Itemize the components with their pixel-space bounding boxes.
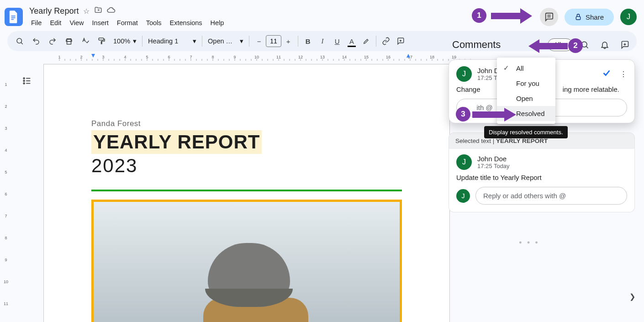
svg-marker-136 <box>504 108 516 121</box>
print-button[interactable] <box>61 33 77 49</box>
comment-notifications-button[interactable] <box>596 37 613 53</box>
comment-time: 17:25 Today <box>477 163 510 169</box>
svg-text:10: 10 <box>4 280 8 284</box>
share-label: Share <box>586 13 604 21</box>
undo-button[interactable] <box>28 33 44 49</box>
caret-down-icon: ▾ <box>240 37 243 45</box>
bold-button[interactable]: B <box>301 33 315 49</box>
svg-text:12: 12 <box>298 55 303 59</box>
filter-option-open[interactable]: Open <box>497 91 555 106</box>
docs-logo[interactable] <box>5 8 23 26</box>
doc-heading-highlighted: YEARLY REPORT <box>91 130 262 154</box>
filter-option-for-you[interactable]: For you <box>497 76 555 91</box>
svg-text:4: 4 <box>5 148 7 153</box>
add-comment-icon <box>396 37 405 45</box>
explore-chevron-button[interactable]: ❯ <box>625 289 639 304</box>
svg-text:1: 1 <box>5 82 7 87</box>
menu-edit[interactable]: Edit <box>46 17 65 28</box>
undo-icon <box>32 37 40 45</box>
paragraph-style-dropdown[interactable]: Heading 1▾ <box>145 37 199 45</box>
move-folder-icon[interactable] <box>94 6 102 16</box>
font-size-input[interactable] <box>266 35 281 47</box>
reply-avatar: J <box>456 189 470 203</box>
svg-rect-134 <box>539 43 568 49</box>
svg-rect-135 <box>472 111 504 118</box>
svg-text:6: 6 <box>168 55 170 59</box>
insert-link-button[interactable] <box>379 33 393 49</box>
svg-marker-132 <box>520 8 532 24</box>
redo-button[interactable] <box>45 33 60 49</box>
outline-icon <box>22 76 32 86</box>
highlighter-icon <box>363 37 370 45</box>
svg-rect-1 <box>11 17 16 18</box>
menu-bar: FileEditViewInsertFormatToolsExtensionsH… <box>27 16 227 28</box>
filter-option-all[interactable]: ✓All <box>497 60 555 76</box>
menu-help[interactable]: Help <box>207 17 228 28</box>
menu-extensions[interactable]: Extensions <box>166 17 206 28</box>
decrease-font-size-button[interactable]: − <box>252 33 266 49</box>
increase-font-size-button[interactable]: + <box>281 33 295 49</box>
text-color-button[interactable]: A <box>345 33 359 49</box>
svg-line-7 <box>21 42 23 44</box>
open-comment-history-button[interactable] <box>540 8 558 26</box>
document-page[interactable]: Panda Forest YEARLY REPORT 2023 <box>43 64 450 322</box>
zoom-dropdown[interactable]: 100%▾ <box>111 37 139 45</box>
cloud-status-icon[interactable] <box>107 5 116 16</box>
paint-roller-icon <box>98 37 106 45</box>
svg-text:10: 10 <box>254 55 259 59</box>
reply-input[interactable]: Reply or add others with @ <box>475 187 627 205</box>
doc-title[interactable]: Yearly Report <box>29 6 79 16</box>
new-comment-button[interactable] <box>617 37 633 53</box>
svg-point-6 <box>17 38 22 43</box>
doc-pretitle: Panda Forest <box>91 119 402 128</box>
comment-author: John Doe <box>477 155 510 163</box>
highlight-button[interactable] <box>359 33 373 49</box>
svg-text:2: 2 <box>5 104 7 109</box>
comments-icon <box>544 12 554 22</box>
green-divider <box>91 190 402 191</box>
svg-rect-5 <box>576 16 580 20</box>
svg-marker-107 <box>91 54 95 58</box>
caret-down-icon: ▾ <box>193 37 196 45</box>
svg-point-111 <box>23 83 25 84</box>
menu-tools[interactable]: Tools <box>143 17 165 28</box>
svg-text:1: 1 <box>58 55 60 59</box>
print-icon <box>65 37 73 45</box>
menu-insert[interactable]: Insert <box>89 17 112 28</box>
svg-text:9: 9 <box>233 55 236 59</box>
document-outline-button[interactable] <box>19 73 35 89</box>
font-value: Open … <box>208 37 232 45</box>
bell-icon <box>600 40 609 49</box>
account-avatar[interactable]: J <box>620 9 637 25</box>
share-button[interactable]: Share <box>565 9 614 26</box>
doc-file-icon <box>9 11 19 23</box>
filter-option-label: All <box>516 64 524 72</box>
paint-format-button[interactable] <box>94 33 110 49</box>
lock-icon <box>575 13 582 21</box>
search-tool[interactable] <box>12 33 27 49</box>
resolve-comment-button[interactable] <box>602 68 612 80</box>
comment-card[interactable]: J John Doe 17:25 Today Update title to Y… <box>449 149 635 212</box>
underline-button[interactable]: U <box>330 33 344 49</box>
comment-more-button[interactable]: ⋮ <box>620 70 627 79</box>
cover-photo <box>91 200 402 322</box>
drag-handle-icon[interactable]: ● ● ● <box>519 239 540 245</box>
menu-view[interactable]: View <box>66 17 87 28</box>
svg-text:8: 8 <box>5 236 7 240</box>
menu-file[interactable]: File <box>27 17 45 28</box>
add-comment-icon <box>620 40 629 49</box>
annotation-arrow-icon <box>528 39 568 53</box>
tooltip: Display resolved comments. <box>484 126 568 138</box>
check-icon <box>602 68 612 78</box>
add-comment-button[interactable] <box>394 33 407 49</box>
menu-format[interactable]: Format <box>113 17 142 28</box>
star-icon[interactable]: ☆ <box>83 7 90 16</box>
spellcheck-button[interactable] <box>78 33 93 49</box>
svg-text:8: 8 <box>211 55 214 59</box>
vertical-ruler[interactable]: 123456789101112 <box>2 64 10 322</box>
doc-year: 2023 <box>91 155 402 177</box>
svg-text:11: 11 <box>4 301 8 306</box>
italic-button[interactable]: I <box>316 33 329 49</box>
filter-option-label: Resolved <box>516 110 545 117</box>
font-dropdown[interactable]: Open …▾ <box>205 37 246 45</box>
